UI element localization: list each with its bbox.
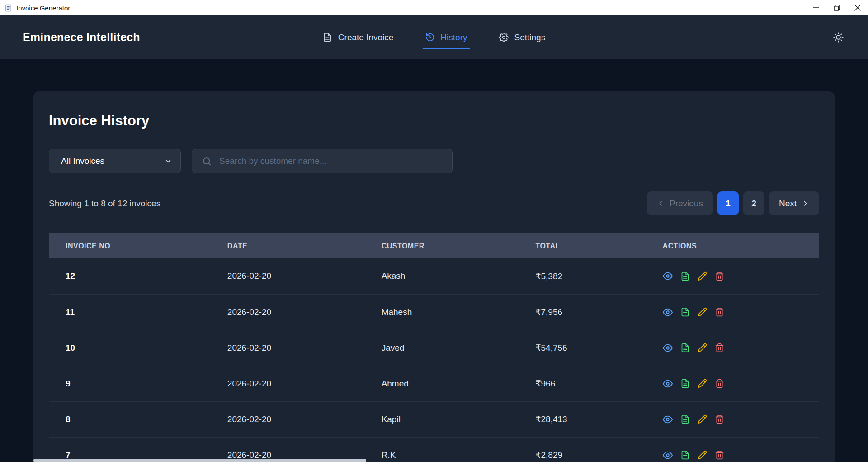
file-text-icon (323, 33, 332, 42)
chevron-down-icon (164, 157, 172, 165)
eye-icon (663, 343, 673, 353)
view-invoice-button[interactable] (663, 379, 673, 389)
tab-history[interactable]: History (422, 26, 470, 49)
customer-search-box (192, 149, 453, 173)
file-text-icon (680, 271, 690, 281)
cell-total: ₹28,413 (519, 401, 646, 437)
selected-filter-value: All Invoices (61, 156, 104, 166)
cell-date: 2026-02-20 (211, 437, 365, 462)
window-titlebar: Invoice Generator (0, 0, 868, 15)
trash-icon (715, 450, 724, 460)
file-text-icon (680, 343, 690, 352)
pencil-icon (698, 343, 707, 352)
cell-invoice-no: 10 (49, 330, 211, 366)
download-pdf-button[interactable] (680, 271, 690, 281)
delete-invoice-button[interactable] (715, 414, 724, 424)
row-actions (663, 414, 819, 424)
chevron-right-icon (802, 200, 809, 207)
restore-icon (832, 3, 842, 13)
page-title: Invoice History (49, 112, 819, 129)
horizontal-scrollbar-thumb[interactable] (33, 459, 366, 462)
next-label: Next (779, 199, 797, 209)
invoice-filter-select[interactable]: All Invoices (49, 149, 181, 173)
sun-icon (833, 32, 844, 43)
previous-label: Previous (670, 199, 703, 209)
view-invoice-button[interactable] (663, 271, 673, 281)
pencil-icon (698, 307, 707, 317)
edit-invoice-button[interactable] (698, 271, 707, 281)
edit-invoice-button[interactable] (698, 450, 707, 460)
cell-customer: Akash (365, 258, 519, 294)
view-invoice-button[interactable] (663, 414, 673, 424)
download-pdf-button[interactable] (680, 307, 690, 317)
previous-page-button[interactable]: Previous (647, 191, 713, 215)
next-page-button[interactable]: Next (769, 191, 819, 215)
row-actions (663, 307, 819, 317)
download-pdf-button[interactable] (680, 450, 690, 460)
file-text-icon (680, 414, 690, 424)
file-text-icon (680, 307, 690, 317)
view-invoice-button[interactable] (663, 343, 673, 353)
summary-pagination-row: Showing 1 to 8 of 12 invoices Previous 1… (49, 191, 819, 215)
tab-create-invoice[interactable]: Create Invoice (320, 26, 396, 49)
download-pdf-button[interactable] (680, 414, 690, 424)
eye-icon (663, 271, 673, 281)
eye-icon (663, 414, 673, 424)
cell-total: ₹966 (519, 366, 646, 401)
invoice-table-row: 10 2026-02-20 Javed ₹54,756 (49, 330, 819, 366)
tab-label: Create Invoice (338, 33, 394, 43)
view-invoice-button[interactable] (663, 307, 673, 317)
delete-invoice-button[interactable] (715, 450, 724, 460)
delete-invoice-button[interactable] (715, 343, 724, 352)
customer-search-input[interactable] (218, 156, 444, 167)
cell-invoice-no: 12 (49, 258, 211, 294)
minimize-button[interactable] (806, 0, 826, 15)
theme-toggle-button[interactable] (831, 30, 845, 44)
trash-icon (715, 307, 724, 317)
invoice-history-card: Invoice History All Invoices Showing 1 t… (33, 91, 835, 462)
cell-date: 2026-02-20 (211, 294, 365, 330)
main-content: Invoice History All Invoices Showing 1 t… (0, 91, 868, 462)
header-invoice-no: INVOICE NO (49, 233, 211, 258)
edit-invoice-button[interactable] (698, 414, 707, 424)
eye-icon (663, 307, 673, 317)
restore-button[interactable] (826, 0, 847, 15)
download-pdf-button[interactable] (680, 343, 690, 352)
file-text-icon (680, 379, 690, 388)
pencil-icon (698, 271, 707, 281)
cell-total: ₹2,829 (519, 437, 646, 462)
results-summary: Showing 1 to 8 of 12 invoices (49, 199, 160, 209)
page-button-2[interactable]: 2 (743, 191, 764, 215)
header-total: TOTAL (519, 233, 646, 258)
download-pdf-button[interactable] (680, 379, 690, 388)
tab-label: Settings (514, 33, 545, 43)
window-title: Invoice Generator (16, 4, 70, 12)
app-navbar: Eminenece Intellitech Create Invoice His… (0, 15, 868, 59)
close-icon (853, 3, 863, 13)
brand-title: Eminenece Intellitech (23, 31, 140, 44)
invoice-table: INVOICE NO DATE CUSTOMER TOTAL ACTIONS 1… (49, 233, 819, 462)
edit-invoice-button[interactable] (698, 343, 707, 352)
search-icon (202, 157, 212, 166)
tab-settings[interactable]: Settings (496, 26, 548, 49)
cell-total: ₹5,382 (519, 258, 646, 294)
page-button-1[interactable]: 1 (717, 191, 739, 215)
invoice-table-row: 8 2026-02-20 Kapil ₹28,413 (49, 401, 819, 437)
delete-invoice-button[interactable] (715, 307, 724, 317)
delete-invoice-button[interactable] (715, 379, 724, 388)
minimize-icon (811, 3, 821, 13)
edit-invoice-button[interactable] (698, 307, 707, 317)
cell-invoice-no: 11 (49, 294, 211, 330)
pagination: Previous 1 2 Next (647, 191, 819, 215)
trash-icon (715, 414, 724, 424)
cell-total: ₹7,956 (519, 294, 646, 330)
row-actions (663, 379, 819, 389)
close-button[interactable] (847, 0, 868, 15)
invoice-table-body: 12 2026-02-20 Akash ₹5,382 11 202 (49, 258, 819, 462)
invoice-table-row: 9 2026-02-20 Ahmed ₹966 (49, 366, 819, 401)
header-date: DATE (211, 233, 365, 258)
delete-invoice-button[interactable] (715, 271, 724, 281)
nav-tabs: Create Invoice History Settings (320, 15, 548, 59)
edit-invoice-button[interactable] (698, 379, 707, 388)
cell-total: ₹54,756 (519, 330, 646, 366)
